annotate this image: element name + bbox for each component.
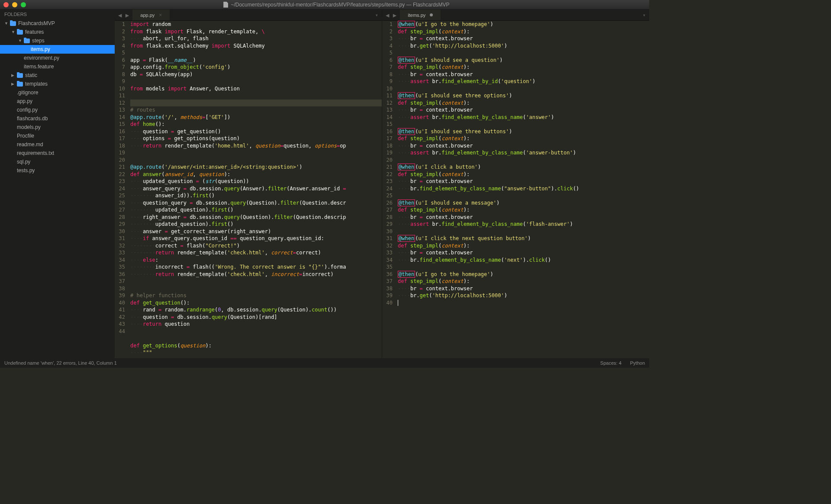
tab-label: app.py [140, 13, 155, 18]
tab-nav[interactable]: ◀ ▶ [382, 10, 400, 20]
dirty-indicator-icon [430, 13, 433, 16]
code-editor-right[interactable]: 1234567891011121314151617181920212223242… [382, 21, 649, 358]
tree-item-label: requirements.txt [17, 150, 54, 156]
sidebar: FOLDERS ▼FlashcardsMVP▼features▼stepsite… [0, 10, 115, 358]
folder-icon [10, 21, 16, 26]
folder-icon [17, 82, 23, 87]
tree-item-label: .gitignore [17, 90, 38, 96]
folder-item[interactable]: ▶templates [0, 80, 115, 88]
file-item[interactable]: readme.md [0, 140, 115, 149]
tree-item-label: Procfile [17, 133, 34, 139]
tree-item-label: config.py [17, 107, 38, 113]
tree-item-label: sql.py [17, 159, 30, 165]
folder-icon [17, 30, 23, 35]
file-item[interactable]: tests.py [0, 166, 115, 175]
tree-item-label: FlashcardsMVP [18, 20, 55, 26]
tree-item-label: readme.md [17, 141, 43, 148]
file-item[interactable]: .gitignore [0, 88, 115, 97]
file-item[interactable]: flashcards.db [0, 114, 115, 123]
tree-item-label: templates [25, 81, 48, 87]
chevron-icon[interactable]: ▶ [11, 73, 15, 77]
editor-pane-left: ◀ ▶ app.py × ▾ 1234567891011121314151617… [115, 10, 382, 358]
file-item[interactable]: app.py [0, 97, 115, 106]
folder-icon [17, 73, 23, 78]
tab-dropdown[interactable]: ▾ [170, 10, 382, 20]
gutter: 1234567891011121314151617181920212223242… [382, 21, 396, 358]
tab-label: items.py [408, 13, 425, 18]
titlebar: ~/Documents/repos/thinkful-mentor/Flashc… [0, 0, 649, 10]
tab-bar-right: ◀ ▶ items.py ▾ [382, 10, 649, 21]
chevron-icon[interactable]: ▼ [18, 39, 22, 43]
code-editor-left[interactable]: 1234567891011121314151617181920212223242… [115, 21, 382, 358]
tree-item-label: app.py [17, 98, 32, 104]
folder-tree: ▼FlashcardsMVP▼features▼stepsitems.pyenv… [0, 19, 115, 175]
window-title: ~/Documents/repos/thinkful-mentor/Flashc… [26, 2, 646, 8]
file-item[interactable]: models.py [0, 123, 115, 132]
file-item[interactable]: config.py [0, 106, 115, 114]
statusbar: Undefined name 'when', 22 errors, Line 4… [0, 358, 649, 368]
file-item[interactable]: items.feature [0, 62, 115, 71]
tree-item-label: models.py [17, 124, 41, 130]
file-item[interactable]: items.py [0, 45, 115, 54]
file-item[interactable]: requirements.txt [0, 149, 115, 157]
tab-bar-left: ◀ ▶ app.py × ▾ [115, 10, 382, 21]
folder-icon [24, 39, 30, 43]
chevron-icon[interactable]: ▶ [11, 82, 15, 86]
tab-app-py[interactable]: app.py × [132, 10, 170, 20]
chevron-icon[interactable]: ▼ [11, 30, 15, 34]
tree-item-label: items.py [31, 46, 50, 52]
tree-item-label: flashcards.db [17, 116, 48, 122]
tree-item-label: static [25, 72, 37, 78]
file-icon [222, 2, 228, 8]
tree-item-label: tests.py [17, 167, 35, 173]
status-spaces[interactable]: Spaces: 4 [600, 360, 622, 366]
tab-dropdown[interactable]: ▾ [441, 10, 649, 20]
tab-nav[interactable]: ◀ ▶ [115, 10, 132, 20]
sidebar-header: FOLDERS [0, 10, 115, 19]
window-title-text: ~/Documents/repos/thinkful-mentor/Flashc… [231, 2, 449, 8]
window-controls [3, 2, 26, 7]
tree-item-label: items.feature [24, 64, 54, 70]
gutter: 1234567891011121314151617181920212223242… [115, 21, 129, 358]
tree-item-label: steps [32, 38, 45, 44]
folder-item[interactable]: ▶static [0, 71, 115, 80]
file-item[interactable]: Procfile [0, 132, 115, 140]
chevron-icon[interactable]: ▼ [4, 21, 8, 26]
code-content[interactable]: import randomfrom flask import Flask, re… [129, 21, 382, 358]
close-button[interactable] [3, 2, 9, 7]
code-content[interactable]: @when(u'I go to the homepage')def step_i… [396, 21, 649, 358]
status-language[interactable]: Python [630, 360, 645, 366]
tab-items-py[interactable]: items.py [400, 10, 441, 20]
folder-item[interactable]: ▼FlashcardsMVP [0, 19, 115, 28]
folder-item[interactable]: ▼features [0, 28, 115, 36]
close-icon[interactable]: × [159, 12, 162, 18]
tree-item-label: environment.py [24, 55, 59, 61]
editor-pane-right: ◀ ▶ items.py ▾ 1234567891011121314151617… [382, 10, 649, 358]
maximize-button[interactable] [21, 2, 26, 7]
file-item[interactable]: sql.py [0, 157, 115, 166]
tree-item-label: features [25, 29, 44, 35]
folder-item[interactable]: ▼steps [0, 36, 115, 45]
minimize-button[interactable] [12, 2, 17, 7]
status-errors[interactable]: Undefined name 'when', 22 errors, Line 4… [4, 360, 117, 366]
file-item[interactable]: environment.py [0, 54, 115, 62]
